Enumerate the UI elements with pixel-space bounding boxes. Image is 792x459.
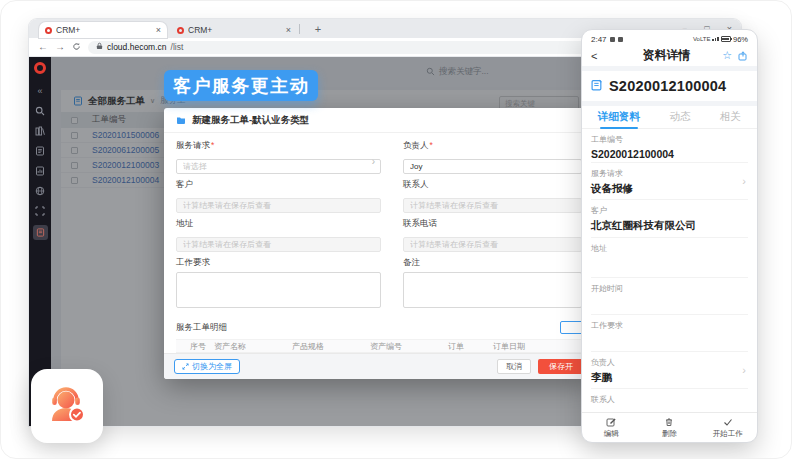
new-tab-button[interactable]: + bbox=[309, 19, 327, 38]
field-phone: 联系电话 bbox=[403, 218, 582, 252]
field-label: 地址 bbox=[176, 218, 381, 230]
field-label: 负责人 bbox=[403, 140, 429, 150]
collapse-sidebar-icon[interactable]: « bbox=[35, 85, 46, 96]
edit-button[interactable]: 编辑 bbox=[582, 413, 640, 442]
phone-nav-bar: < 资料详情 ☆ bbox=[582, 45, 757, 66]
tab-detail[interactable]: 详细资料 bbox=[598, 110, 640, 124]
field-label: 联系人 bbox=[403, 179, 582, 191]
work-requirement-textarea[interactable] bbox=[176, 272, 381, 308]
col-header: 资产名称 bbox=[214, 341, 292, 352]
address-input bbox=[176, 237, 381, 252]
record-doc-icon bbox=[591, 77, 603, 95]
tab-close-icon[interactable]: × bbox=[286, 26, 291, 35]
field-contact: 联系人 bbox=[591, 389, 748, 405]
fullscreen-icon[interactable] bbox=[35, 205, 46, 216]
url-path: /list bbox=[171, 42, 184, 52]
col-header: 订单日期 bbox=[493, 341, 525, 352]
field-label: 联系电话 bbox=[403, 218, 582, 230]
field-owner: 负责人* bbox=[403, 140, 582, 174]
field-work-requirement: 工作要求 bbox=[176, 257, 381, 312]
globe-icon[interactable] bbox=[35, 185, 46, 196]
search-icon[interactable] bbox=[35, 105, 46, 116]
field-order-no: 工单编号 S2020012100004 bbox=[591, 129, 748, 163]
tab-title: CRM+ bbox=[56, 25, 152, 35]
chevron-right-icon: › bbox=[372, 156, 375, 167]
field-label: 工作要求 bbox=[176, 257, 381, 269]
cancel-button[interactable]: 取消 bbox=[497, 359, 531, 374]
workorder-module-icon[interactable] bbox=[33, 225, 48, 240]
modal-footer: 切换为全屏 取消 保存开 bbox=[164, 353, 594, 379]
crm-favicon bbox=[45, 27, 52, 34]
refresh-icon[interactable] bbox=[72, 42, 81, 53]
signal-bars-icon bbox=[712, 37, 719, 42]
chevron-right-icon: › bbox=[742, 175, 746, 187]
library-icon[interactable] bbox=[35, 125, 46, 136]
trash-icon bbox=[664, 417, 674, 427]
field-start-time: 开始时间 bbox=[591, 278, 748, 315]
detail-fields: 工单编号 S2020012100004 服务请求 设备报修 › 客户 北京红圈科… bbox=[582, 129, 757, 412]
status-time: 2:47 bbox=[591, 35, 607, 44]
new-workorder-modal: 新建服务工单-默认业务类型 服务请求* › 负责人* 客户 bbox=[164, 108, 594, 379]
detail-table-header: 序号 资产名称 产品规格 资产编号 订单 订单日期 bbox=[176, 339, 582, 353]
col-header: 订单 bbox=[448, 341, 493, 352]
col-header: 产品规格 bbox=[292, 341, 370, 352]
battery-percent: 96% bbox=[733, 35, 748, 44]
phone-input bbox=[403, 237, 582, 252]
record-header: S2020012100004 bbox=[582, 71, 757, 101]
tab-related[interactable]: 相关 bbox=[720, 110, 741, 124]
delete-button[interactable]: 删除 bbox=[640, 413, 698, 442]
page-title: 资料详情 bbox=[611, 47, 722, 64]
modal-title: 新建服务工单-默认业务类型 bbox=[192, 114, 309, 127]
report-icon[interactable] bbox=[35, 165, 46, 176]
promo-banner: 客户服务更主动 bbox=[164, 70, 318, 101]
document-icon[interactable] bbox=[35, 145, 46, 156]
star-icon[interactable]: ☆ bbox=[722, 49, 732, 62]
field-label: 备注 bbox=[403, 257, 582, 269]
volte-icon: VoLTE bbox=[693, 36, 711, 42]
field-label: 客户 bbox=[176, 179, 381, 191]
back-icon[interactable]: < bbox=[591, 50, 611, 62]
share-icon[interactable] bbox=[738, 47, 748, 65]
back-icon[interactable]: ← bbox=[38, 42, 48, 52]
field-contact: 联系人 bbox=[403, 179, 582, 213]
crm-logo-icon bbox=[34, 62, 46, 74]
url-host: cloud.hecom.cn bbox=[107, 42, 167, 52]
tab-separator bbox=[299, 24, 300, 34]
phone-toolbar: 编辑 删除 开始工作 bbox=[582, 412, 757, 442]
field-work-requirement: 工作要求 bbox=[591, 315, 748, 352]
check-icon bbox=[723, 417, 733, 427]
col-header: 序号 bbox=[190, 341, 214, 352]
fullscreen-toggle-button[interactable]: 切换为全屏 bbox=[174, 359, 240, 374]
field-label: 服务请求 bbox=[176, 140, 210, 150]
detail-section-row: 服务工单明细 bbox=[176, 320, 582, 336]
crm-favicon bbox=[177, 27, 184, 34]
field-customer: 客户 bbox=[176, 179, 381, 213]
detail-section-label: 服务工单明细 bbox=[176, 322, 227, 334]
browser-tab-1[interactable]: CRM+ × bbox=[39, 22, 167, 38]
col-header: 资产编号 bbox=[370, 341, 448, 352]
remark-textarea[interactable] bbox=[403, 272, 582, 308]
forward-icon[interactable]: → bbox=[55, 42, 65, 52]
browser-tab-2[interactable]: CRM+ × bbox=[171, 22, 297, 38]
tab-close-icon[interactable]: × bbox=[156, 26, 161, 35]
modal-body: 服务请求* › 负责人* 客户 联系人 bbox=[164, 133, 594, 379]
edit-icon bbox=[606, 417, 616, 427]
customer-service-icon bbox=[44, 383, 90, 429]
support-badge[interactable] bbox=[31, 369, 103, 443]
owner-input[interactable] bbox=[403, 159, 582, 174]
start-work-button[interactable]: 开始工作 bbox=[699, 413, 757, 442]
required-mark: * bbox=[430, 140, 433, 150]
service-request-select[interactable] bbox=[176, 159, 381, 174]
field-customer: 客户 北京红圈科技有限公司 bbox=[591, 200, 748, 238]
field-service-request[interactable]: 服务请求 设备报修 › bbox=[591, 163, 748, 200]
modal-header: 新建服务工单-默认业务类型 bbox=[164, 108, 594, 133]
contact-input bbox=[403, 198, 582, 213]
lock-icon bbox=[96, 42, 103, 52]
tab-activity[interactable]: 动态 bbox=[670, 110, 691, 124]
phone-status-bar: 2:47 VoLTE 96% bbox=[582, 30, 757, 45]
field-owner[interactable]: 负责人 李鹏 › bbox=[591, 352, 748, 389]
save-button[interactable]: 保存开 bbox=[538, 359, 584, 374]
battery-icon bbox=[721, 36, 731, 42]
customer-input bbox=[176, 198, 381, 213]
form-icon bbox=[176, 111, 186, 129]
